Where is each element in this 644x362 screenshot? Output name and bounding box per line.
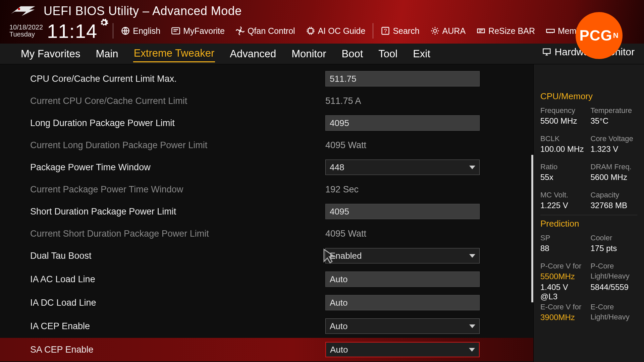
qfan-link[interactable]: Qfan Control: [232, 26, 299, 36]
setting-input[interactable]: Auto: [325, 272, 480, 287]
tab-advanced[interactable]: Advanced: [229, 46, 277, 62]
setting-info-label: Current CPU Core/Cache Current Limit: [30, 96, 325, 106]
mon-label: Light/Heavy: [591, 313, 638, 322]
mon-value: 100.00 MHz: [540, 144, 587, 154]
language-link[interactable]: English: [117, 26, 164, 36]
mon-pred-title: Prediction: [540, 219, 637, 229]
setting-row[interactable]: Short Duration Package Power Limit 4095: [0, 200, 533, 223]
svg-point-3: [239, 30, 241, 32]
resizebar-label: ReSize BAR: [488, 26, 535, 36]
clock[interactable]: 11:14: [47, 20, 109, 42]
mon-label: Frequency: [540, 106, 587, 115]
tab-extreme-tweaker[interactable]: Extreme Tweaker: [133, 45, 215, 62]
search-label: Search: [393, 26, 419, 36]
setting-value: 511.75: [330, 74, 357, 84]
mon-label: Capacity: [591, 191, 638, 199]
tab-monitor[interactable]: Monitor: [291, 46, 327, 62]
setting-info-row: Current Package Power Time Window 192 Se…: [0, 179, 533, 200]
svg-rect-10: [543, 49, 550, 54]
setting-info-row: Current Long Duration Package Power Limi…: [0, 135, 533, 156]
mon-cpu-grid: Frequency Temperature 5500 MHz 35°C BCLK…: [540, 106, 637, 217]
setting-input[interactable]: Auto: [325, 295, 480, 310]
tab-tool[interactable]: Tool: [378, 46, 398, 62]
aura-label: AURA: [442, 26, 466, 36]
setting-input[interactable]: 511.75: [325, 71, 480, 86]
mon-label: Light/Heavy: [591, 272, 638, 281]
chevron-down-icon: [469, 254, 475, 258]
setting-row[interactable]: Package Power Time Window 448: [0, 156, 533, 179]
setting-label: IA AC Load Line: [30, 274, 325, 285]
clock-settings-gear-icon[interactable]: [99, 18, 109, 27]
setting-label: CPU Core/Cache Current Limit Max.: [30, 74, 325, 84]
setting-value: 4095: [330, 118, 349, 128]
myfavorite-link[interactable]: MyFavorite: [168, 26, 228, 36]
settings-column: CPU Core/Cache Current Limit Max. 511.75…: [0, 64, 533, 362]
setting-info-label: Current Package Power Time Window: [30, 184, 325, 195]
setting-label: Package Power Time Window: [30, 162, 325, 173]
setting-info-label: Current Long Duration Package Power Limi…: [30, 140, 325, 150]
setting-dropdown[interactable]: Enabled: [325, 248, 480, 263]
date-text: 10/18/2022: [9, 24, 43, 31]
mon-value: 88: [540, 244, 587, 253]
tab-my-favorites[interactable]: My Favorites: [20, 46, 81, 62]
search-link[interactable]: ? Search: [377, 26, 423, 36]
mon-label: Core Voltage: [591, 134, 638, 143]
mon-label: Temperature: [591, 106, 638, 115]
mon-value: 175 pts: [591, 244, 638, 253]
setting-value: Auto: [330, 345, 348, 355]
setting-info-row: Current Short Duration Package Power Lim…: [0, 223, 533, 244]
mon-label: Cooler: [591, 234, 638, 242]
tab-boot[interactable]: Boot: [341, 46, 364, 62]
mon-pred-grid: SP Cooler 88 175 pts P-Core V for P-Core…: [540, 234, 637, 322]
svg-point-0: [18, 8, 20, 10]
mon-value: 5500 MHz: [540, 116, 587, 126]
setting-input[interactable]: 4095: [325, 115, 480, 131]
mon-value: 1.405 V @L3: [540, 283, 587, 301]
rog-logo-icon: [9, 5, 36, 17]
setting-input[interactable]: 4095: [325, 204, 480, 219]
weekday-text: Tuesday: [9, 31, 43, 38]
header-top: UEFI BIOS Utility – Advanced Mode: [9, 4, 635, 18]
setting-label: Long Duration Package Power Limit: [30, 118, 325, 128]
mon-label: Ratio: [540, 163, 587, 171]
app-title: UEFI BIOS Utility – Advanced Mode: [44, 4, 242, 18]
tab-main[interactable]: Main: [95, 46, 119, 62]
setting-row-selected[interactable]: SA CEP Enable Auto: [0, 338, 533, 361]
mon-label: SP: [540, 234, 587, 242]
svg-rect-8: [478, 29, 485, 33]
chevron-down-icon: [469, 348, 475, 352]
setting-row[interactable]: IA CEP Enable Auto: [0, 314, 533, 338]
resizebar-link[interactable]: ReSize BAR: [473, 26, 538, 36]
aioc-link[interactable]: AI OC Guide: [303, 26, 369, 36]
setting-dropdown[interactable]: Auto: [325, 342, 480, 357]
setting-label: Dual Tau Boost: [30, 251, 325, 261]
setting-row[interactable]: CPU Core/Cache Current Limit Max. 511.75: [0, 67, 533, 90]
mon-value: 5600 MHz: [591, 173, 638, 182]
mon-value: 1.323 V: [591, 144, 638, 154]
aura-link[interactable]: AURA: [427, 26, 469, 36]
language-label: English: [133, 26, 160, 36]
mon-value: 5844/5559: [591, 283, 638, 301]
svg-rect-9: [546, 29, 554, 32]
setting-dropdown[interactable]: 448: [325, 160, 480, 175]
setting-row[interactable]: IA AC Load Line Auto: [0, 267, 533, 291]
setting-value: 448: [330, 162, 344, 173]
setting-dropdown[interactable]: Auto: [325, 318, 480, 334]
mon-label: P-Core: [591, 262, 638, 270]
pcgn-badge: PCGN: [576, 12, 623, 59]
aioc-label: AI OC Guide: [318, 26, 366, 36]
pcgn-sup: N: [613, 31, 619, 40]
mon-value: 3900MHz: [540, 313, 587, 322]
setting-row[interactable]: IA DC Load Line Auto: [0, 291, 533, 314]
aura-icon: [430, 26, 440, 36]
svg-rect-4: [308, 28, 313, 33]
setting-value: Auto: [330, 321, 348, 331]
setting-row[interactable]: Long Duration Package Power Limit 4095: [0, 111, 533, 135]
setting-row[interactable]: Dual Tau Boost Enabled: [0, 244, 533, 267]
mon-value: 35°C: [591, 116, 638, 126]
setting-info-row: Current CPU Core/Cache Current Limit 511…: [0, 90, 533, 111]
body: CPU Core/Cache Current Limit Max. 511.75…: [0, 64, 644, 362]
svg-point-7: [433, 29, 436, 32]
mon-label: MC Volt.: [540, 191, 587, 199]
tab-exit[interactable]: Exit: [412, 46, 431, 62]
